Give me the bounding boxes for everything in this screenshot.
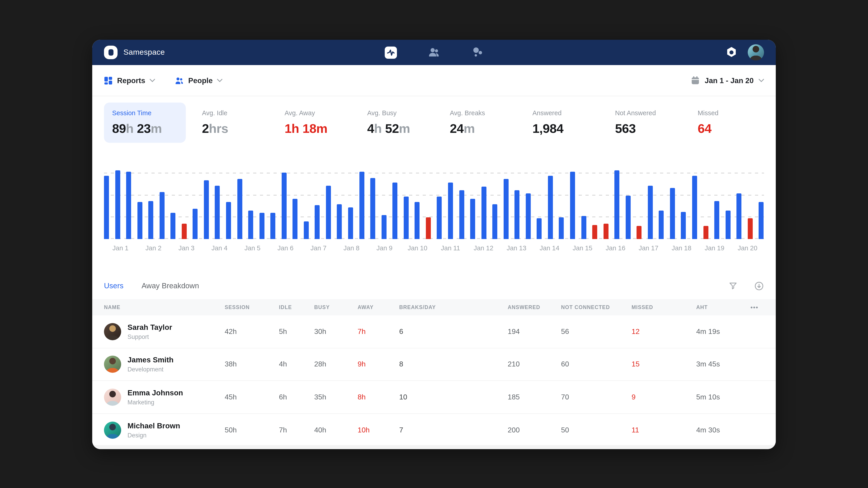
- reports-label: Reports: [117, 76, 145, 85]
- people-nav[interactable]: [425, 43, 443, 61]
- bar-jan20-2[interactable]: [747, 218, 752, 239]
- date-range-picker[interactable]: Jan 1 - Jan 20: [691, 76, 764, 85]
- stat-label: Missed: [698, 109, 764, 117]
- bar-jan3-1[interactable]: [170, 213, 176, 239]
- bar-jan19-3[interactable]: [725, 210, 730, 239]
- cell-answered: 185: [508, 393, 561, 401]
- bar-jan7-1[interactable]: [304, 221, 309, 239]
- stat-avg-busy: Avg. Busy4h 52m: [367, 103, 434, 143]
- bubbles-icon: [471, 46, 484, 59]
- bar-jan14-1[interactable]: [537, 218, 542, 239]
- bar-jan2-2[interactable]: [148, 201, 153, 239]
- bar-jan2-1[interactable]: [137, 202, 142, 239]
- filter-icon[interactable]: [728, 281, 738, 291]
- bar-jan3-3[interactable]: [193, 209, 198, 239]
- bar-jan8-2[interactable]: [348, 207, 353, 239]
- bar-jan10-1[interactable]: [404, 197, 409, 239]
- stat-session-time[interactable]: Session Time89h 23m: [104, 103, 186, 143]
- bar-jan3-2[interactable]: [182, 224, 187, 239]
- table-row[interactable]: Michael BrownDesign50h7h40h10h720050114m…: [92, 414, 776, 447]
- bar-jan17-1[interactable]: [637, 226, 642, 239]
- download-icon[interactable]: [754, 281, 764, 291]
- bar-jan4-1[interactable]: [204, 180, 209, 239]
- bar-jan20-3[interactable]: [759, 202, 764, 239]
- bar-jan9-2[interactable]: [381, 215, 386, 239]
- bar-jan13-1[interactable]: [503, 179, 508, 239]
- cell-not_connected: 70: [561, 393, 631, 401]
- people-dropdown[interactable]: People: [175, 76, 223, 85]
- bar-jan15-2[interactable]: [581, 216, 586, 239]
- cell-breaks: 6: [399, 328, 508, 336]
- samespace-logo-icon[interactable]: [104, 46, 118, 59]
- bar-jan8-3[interactable]: [359, 172, 364, 239]
- bar-jan5-2[interactable]: [248, 210, 253, 239]
- bar-jan11-3[interactable]: [459, 190, 464, 239]
- stat-not-answered: Not Answered563: [615, 103, 682, 143]
- table-row[interactable]: Emma JohnsonMarketing45h6h35h8h101857095…: [92, 381, 776, 414]
- bar-jan11-2[interactable]: [448, 183, 453, 239]
- bar-jan16-1[interactable]: [603, 224, 608, 239]
- bar-jan19-1[interactable]: [703, 226, 708, 239]
- bar-jan13-3[interactable]: [526, 193, 531, 239]
- bar-jan18-2[interactable]: [681, 212, 686, 239]
- bar-jan12-2[interactable]: [481, 187, 486, 239]
- bar-jan1-1[interactable]: [104, 176, 109, 239]
- bar-jan14-2[interactable]: [548, 176, 553, 239]
- user-cell: James SmithDevelopment: [104, 356, 225, 373]
- nav-right: [725, 44, 764, 61]
- people-icon: [428, 46, 440, 59]
- bar-jan18-3[interactable]: [692, 176, 697, 239]
- tab-away-breakdown[interactable]: Away Breakdown: [142, 282, 199, 290]
- bar-jan1-2[interactable]: [115, 170, 120, 239]
- bar-jan4-2[interactable]: [215, 186, 220, 239]
- user-avatar[interactable]: [748, 44, 764, 61]
- cell-away: 7h: [358, 328, 399, 336]
- bar-jan1-3[interactable]: [126, 172, 131, 239]
- bar-jan17-2[interactable]: [648, 186, 653, 239]
- x-tick-label: Jan 2: [137, 245, 170, 254]
- x-tick-label: Jan 16: [599, 245, 632, 254]
- bar-jan10-2[interactable]: [415, 202, 420, 239]
- bar-jan6-1[interactable]: [270, 213, 275, 239]
- bar-jan18-1[interactable]: [670, 188, 675, 239]
- bar-jan17-3[interactable]: [659, 210, 664, 239]
- cell-missed: 9: [631, 393, 696, 401]
- cell-idle: 4h: [279, 360, 314, 368]
- bar-jan15-3[interactable]: [592, 225, 597, 239]
- table-row[interactable]: Sarah TaylorSupport42h5h30h7h619456124m …: [92, 315, 776, 348]
- bar-jan9-3[interactable]: [393, 183, 397, 239]
- bar-jan10-3[interactable]: [426, 217, 431, 239]
- bar-jan5-1[interactable]: [237, 179, 242, 239]
- reports-dropdown[interactable]: Reports: [104, 76, 155, 85]
- bar-jan16-2[interactable]: [614, 170, 619, 239]
- cell-aht: 3m 45s: [696, 360, 750, 368]
- bar-jan6-3[interactable]: [293, 199, 298, 239]
- bar-jan4-3[interactable]: [226, 202, 231, 239]
- column-options-button[interactable]: •••: [750, 304, 764, 311]
- bar-jan2-3[interactable]: [159, 192, 164, 239]
- bar-jan13-2[interactable]: [515, 190, 520, 239]
- bar-jan11-1[interactable]: [437, 197, 442, 239]
- bubbles-nav[interactable]: [468, 43, 487, 61]
- table-row[interactable]: James SmithDevelopment38h4h28h9h82106015…: [92, 348, 776, 381]
- bar-jan20-1[interactable]: [737, 193, 741, 239]
- bar-jan7-3[interactable]: [326, 186, 331, 239]
- bar-jan14-3[interactable]: [559, 217, 564, 239]
- bar-jan16-3[interactable]: [625, 196, 630, 239]
- bar-jan6-2[interactable]: [282, 173, 287, 239]
- bar-jan15-1[interactable]: [570, 172, 575, 239]
- x-tick-label: Jan 13: [500, 245, 533, 254]
- bar-jan5-3[interactable]: [259, 213, 264, 239]
- analytics-nav-active[interactable]: [381, 43, 400, 61]
- filter-toolbar: Reports People: [92, 65, 776, 96]
- bar-jan8-1[interactable]: [337, 204, 342, 239]
- bar-jan12-1[interactable]: [470, 199, 475, 239]
- brand-name: Samespace: [123, 48, 165, 57]
- tab-users[interactable]: Users: [104, 282, 123, 290]
- column-header-not-connected: NOT CONNECTED: [561, 304, 631, 310]
- bar-jan7-2[interactable]: [315, 205, 320, 239]
- bar-jan9-1[interactable]: [370, 178, 375, 239]
- bar-jan12-3[interactable]: [492, 204, 497, 239]
- settings-icon[interactable]: [725, 46, 738, 59]
- bar-jan19-2[interactable]: [714, 201, 719, 239]
